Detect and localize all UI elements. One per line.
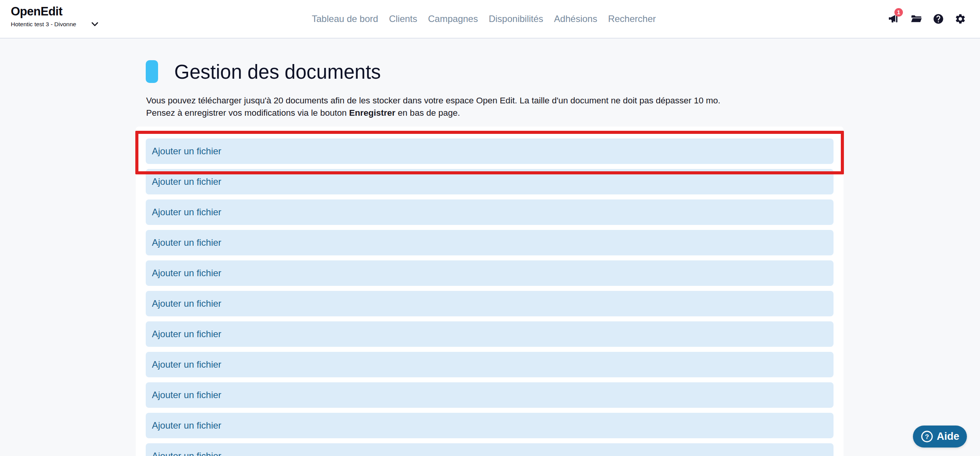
file-input-row[interactable]: Ajouter un fichier xyxy=(146,443,834,456)
file-upload-card: Ajouter un fichierAjouter un fichierAjou… xyxy=(136,127,844,456)
workspace-name: Hotentic test 3 - Divonne xyxy=(11,21,76,28)
file-input-label: Ajouter un fichier xyxy=(152,207,221,218)
nav-item-rechercher[interactable]: Rechercher xyxy=(608,14,656,24)
file-input-label: Ajouter un fichier xyxy=(152,451,221,456)
help-menu-button[interactable] xyxy=(933,13,944,25)
file-input-row[interactable]: Ajouter un fichier xyxy=(146,138,834,164)
help-button-label: Aide xyxy=(937,431,960,442)
nav-item-clients[interactable]: Clients xyxy=(389,14,417,24)
file-input-row[interactable]: Ajouter un fichier xyxy=(146,291,834,316)
announcements-button[interactable]: 1 xyxy=(889,13,900,25)
file-input-row[interactable]: Ajouter un fichier xyxy=(146,321,834,347)
nav-item-campagnes[interactable]: Campagnes xyxy=(428,14,478,24)
file-input-row[interactable]: Ajouter un fichier xyxy=(146,413,834,438)
nav-item-adhesions[interactable]: Adhésions xyxy=(554,14,597,24)
description-line2-bold: Enregistrer xyxy=(349,108,396,118)
settings-button[interactable] xyxy=(955,13,966,25)
nav-item-disponibilites[interactable]: Disponibilités xyxy=(489,14,543,24)
file-input-label: Ajouter un fichier xyxy=(152,329,221,339)
top-navbar: OpenEdit Hotentic test 3 - Divonne Table… xyxy=(0,0,980,39)
notification-badge: 1 xyxy=(894,8,903,17)
file-input-label: Ajouter un fichier xyxy=(152,298,221,309)
documents-button[interactable] xyxy=(911,13,922,25)
main-navigation: Tableau de bord Clients Campagnes Dispon… xyxy=(312,0,656,38)
file-input-row[interactable]: Ajouter un fichier xyxy=(146,352,834,377)
file-input-label: Ajouter un fichier xyxy=(152,390,221,400)
file-input-row[interactable]: Ajouter un fichier xyxy=(146,169,834,194)
description-line1: Vous pouvez télécharger jusqu'à 20 docum… xyxy=(146,96,721,105)
file-input-label: Ajouter un fichier xyxy=(152,359,221,370)
file-input-label: Ajouter un fichier xyxy=(152,146,221,157)
file-input-row[interactable]: Ajouter un fichier xyxy=(146,230,834,255)
file-input-row[interactable]: Ajouter un fichier xyxy=(146,260,834,286)
aide-help-button[interactable]: ? Aide xyxy=(913,426,967,448)
file-input-label: Ajouter un fichier xyxy=(152,237,221,248)
folder-open-icon xyxy=(911,13,922,25)
file-input-row[interactable]: Ajouter un fichier xyxy=(146,382,834,408)
nav-item-tableau-de-bord[interactable]: Tableau de bord xyxy=(312,14,378,24)
help-circle-icon xyxy=(933,13,944,25)
gear-icon xyxy=(955,13,966,25)
file-input-label: Ajouter un fichier xyxy=(152,420,221,431)
page-description: Vous pouvez télécharger jusqu'à 20 docum… xyxy=(146,95,721,119)
description-line2-suffix: en bas de page. xyxy=(396,108,460,118)
title-accent-marker xyxy=(146,60,158,83)
navbar-icon-group: 1 xyxy=(889,0,966,38)
chevron-down-icon xyxy=(91,22,98,27)
page-title: Gestion des documents xyxy=(174,61,381,83)
description-line2-prefix: Pensez à enregistrer vos modifications v… xyxy=(146,108,349,118)
file-input-label: Ajouter un fichier xyxy=(152,268,221,279)
app-window: OpenEdit Hotentic test 3 - Divonne Table… xyxy=(0,0,980,456)
svg-text:?: ? xyxy=(925,433,929,441)
workspace-selector[interactable]: Hotentic test 3 - Divonne xyxy=(11,21,98,28)
help-circle-outline-icon: ? xyxy=(921,430,933,443)
file-input-list: Ajouter un fichierAjouter un fichierAjou… xyxy=(146,138,834,456)
brand-logo[interactable]: OpenEdit xyxy=(11,5,98,18)
file-input-label: Ajouter un fichier xyxy=(152,176,221,187)
brand-block: OpenEdit Hotentic test 3 - Divonne xyxy=(11,5,98,28)
file-input-row[interactable]: Ajouter un fichier xyxy=(146,199,834,225)
